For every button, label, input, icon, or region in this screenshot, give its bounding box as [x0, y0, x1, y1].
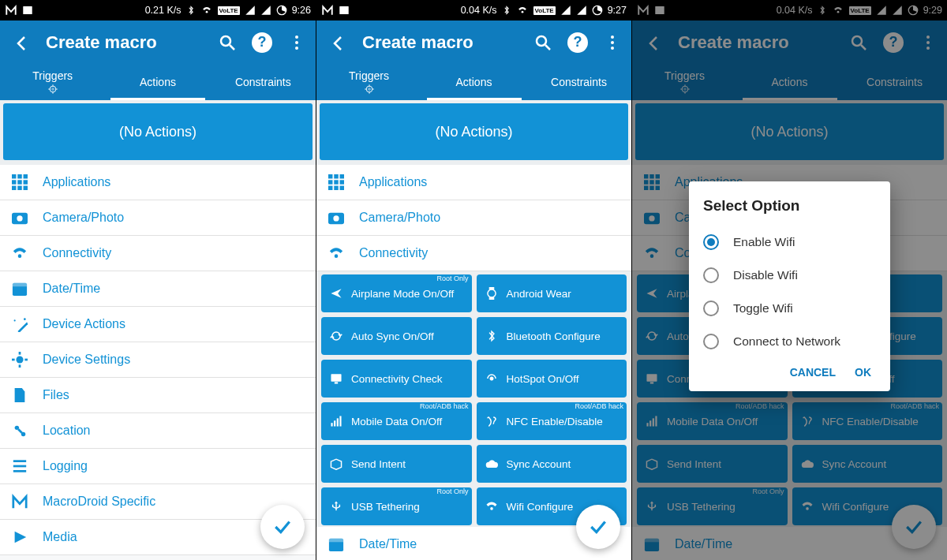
confirm-fab[interactable]	[576, 505, 620, 549]
category-location[interactable]: Location	[0, 413, 316, 449]
target-icon	[47, 84, 58, 95]
wifi-icon	[11, 245, 28, 261]
select-option-dialog: Select Option Enable Wifi Disable Wifi T…	[689, 181, 890, 391]
action-airplane[interactable]: Root OnlyAirplane Mode On/Off	[321, 274, 472, 312]
bluetooth-icon	[186, 5, 196, 16]
cloud-icon	[485, 457, 499, 470]
calendar-icon	[11, 281, 28, 297]
category-applications[interactable]: Applications	[0, 165, 316, 200]
action-mobile-data[interactable]: Root/ADB hackMobile Data On/Off	[321, 402, 472, 440]
sync-icon	[329, 330, 343, 342]
svg-rect-50	[23, 6, 32, 14]
screenshot-3: 0.04 K/s VoLTE 9:29 Create macro ? Trigg…	[631, 0, 947, 560]
action-bluetooth[interactable]: Bluetooth Configure	[477, 317, 627, 355]
watch-icon	[485, 287, 499, 300]
bluetooth-icon	[502, 5, 511, 16]
help-icon[interactable]: ?	[251, 32, 273, 54]
action-wear[interactable]: Android Wear	[477, 274, 627, 312]
action-nfc[interactable]: Root/ADB hackNFC Enable/Disable	[477, 402, 627, 440]
check-icon	[273, 517, 292, 536]
help-icon[interactable]: ?	[567, 32, 589, 54]
app-m-icon	[321, 5, 334, 16]
battery-icon	[592, 5, 603, 16]
monitor-icon	[329, 372, 343, 385]
apps-icon	[328, 174, 345, 190]
dialog-title: Select Option	[703, 197, 876, 215]
tab-constraints[interactable]: Constraints	[526, 64, 631, 100]
signal-1-icon	[560, 5, 571, 16]
tab-triggers[interactable]: Triggers	[0, 64, 105, 100]
category-device-actions[interactable]: Device Actions	[0, 307, 316, 342]
category-connectivity[interactable]: Connectivity	[316, 236, 631, 271]
category-applications[interactable]: Applications	[316, 165, 631, 200]
search-icon[interactable]	[216, 32, 238, 54]
battery-icon	[276, 5, 287, 16]
hotspot-icon	[485, 372, 499, 385]
clock-text: 9:26	[292, 5, 311, 16]
category-list: Applications Camera/Photo Connectivity D…	[0, 165, 316, 560]
no-actions-banner[interactable]: (No Actions)	[3, 103, 313, 160]
clock-text: 9:27	[608, 5, 627, 16]
action-send-intent[interactable]: Send Intent	[321, 445, 472, 483]
radio-icon	[703, 234, 719, 250]
camera-icon	[11, 210, 28, 226]
wand-icon	[11, 316, 28, 332]
category-camera[interactable]: Camera/Photo	[316, 200, 631, 236]
action-usb-tethering[interactable]: Root OnlyUSB Tethering	[321, 487, 472, 525]
calendar-icon	[328, 536, 345, 552]
screenshot-1: 0.21 K/s VoLTE 9:26 Create macro ? Trigg…	[0, 0, 316, 560]
overflow-icon[interactable]	[286, 32, 308, 54]
tab-actions[interactable]: Actions	[421, 64, 526, 100]
option-disable-wifi[interactable]: Disable Wifi	[703, 259, 876, 292]
screenshot-2: 0.04 K/s VoLTE 9:27 Create macro ? Trigg…	[316, 0, 631, 560]
camera-icon	[328, 210, 345, 226]
tab-actions[interactable]: Actions	[105, 64, 210, 100]
cancel-button[interactable]: CANCEL	[790, 366, 836, 379]
file-icon	[11, 387, 28, 403]
check-icon	[589, 517, 608, 536]
category-files[interactable]: Files	[0, 378, 316, 413]
option-connect-network[interactable]: Connect to Network	[703, 325, 876, 358]
connectivity-actions: Root OnlyAirplane Mode On/Off Android We…	[316, 271, 631, 527]
net-speed: 0.04 K/s	[461, 5, 497, 16]
volte-badge: VoLTE	[218, 6, 240, 15]
box-icon	[329, 457, 343, 470]
confirm-fab[interactable]	[260, 505, 305, 549]
back-icon[interactable]	[11, 32, 33, 54]
option-enable-wifi[interactable]: Enable Wifi	[703, 226, 876, 259]
signal-2-icon	[576, 5, 587, 16]
action-hotspot[interactable]: HotSpot On/Off	[477, 360, 627, 398]
category-datetime[interactable]: Date/Time	[0, 271, 316, 307]
net-speed: 0.21 K/s	[145, 5, 182, 16]
bluetooth-icon	[485, 330, 499, 342]
search-icon[interactable]	[532, 32, 554, 54]
category-connectivity[interactable]: Connectivity	[0, 236, 316, 271]
radio-icon	[703, 301, 719, 316]
location-icon	[11, 423, 28, 439]
app-bar: Create macro ? Triggers Actions Constrai…	[316, 21, 631, 100]
option-toggle-wifi[interactable]: Toggle Wifi	[703, 292, 876, 325]
category-messaging[interactable]: Messaging	[0, 555, 316, 560]
category-logging[interactable]: Logging	[0, 449, 316, 484]
back-icon[interactable]	[328, 32, 350, 54]
category-device-settings[interactable]: Device Settings	[0, 342, 316, 378]
no-actions-banner[interactable]: (No Actions)	[320, 103, 628, 160]
tab-constraints[interactable]: Constraints	[211, 64, 316, 100]
signal-2-icon	[260, 5, 271, 16]
tab-triggers[interactable]: Triggers	[316, 64, 421, 100]
apps-icon	[11, 174, 28, 190]
app-m-icon	[11, 494, 28, 510]
gear-icon	[11, 352, 28, 368]
category-camera[interactable]: Camera/Photo	[0, 200, 316, 236]
action-connectivity-check[interactable]: Connectivity Check	[321, 360, 472, 398]
wifi-icon	[516, 6, 529, 15]
signal-1-icon	[245, 5, 256, 16]
plane-icon	[329, 287, 343, 300]
svg-rect-52	[339, 6, 348, 14]
ok-button[interactable]: OK	[855, 366, 871, 379]
app-bar: Create macro ? Triggers Actions Constrai…	[0, 21, 316, 100]
action-autosync[interactable]: Auto Sync On/Off	[321, 317, 472, 355]
action-sync-account[interactable]: Sync Account	[477, 445, 627, 483]
nfc-icon	[485, 415, 499, 427]
overflow-icon[interactable]	[601, 32, 623, 54]
